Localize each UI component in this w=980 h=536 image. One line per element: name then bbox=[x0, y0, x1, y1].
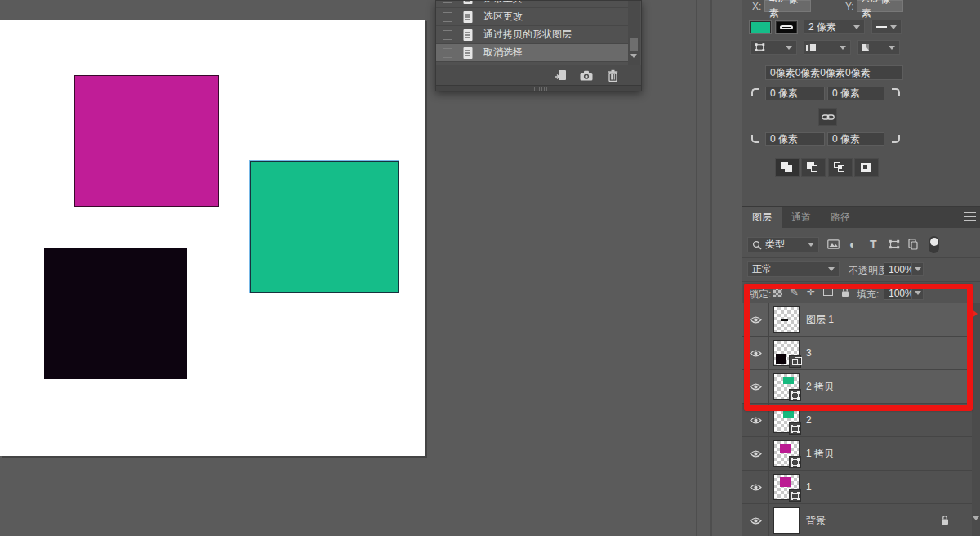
layer-row[interactable]: 背景 bbox=[742, 504, 973, 536]
path-arrangement-select[interactable] bbox=[858, 40, 900, 55]
layer-row[interactable]: 图层 1 bbox=[742, 303, 973, 337]
filter-smart-objects-icon[interactable] bbox=[908, 239, 918, 252]
layer-visibility-toggle[interactable] bbox=[742, 370, 769, 403]
tab-layers[interactable]: 图层 bbox=[742, 207, 782, 228]
layer-thumbnail[interactable] bbox=[773, 507, 800, 534]
opacity-field[interactable]: 100% bbox=[884, 262, 911, 276]
layers-scroll-down-icon[interactable] bbox=[973, 516, 979, 520]
filter-adjustment-layers-icon[interactable]: ◐ bbox=[849, 239, 856, 250]
black-rect[interactable] bbox=[44, 248, 187, 379]
filter-toggle-switch[interactable] bbox=[929, 236, 939, 253]
radius-tl-value: 0 像素 bbox=[770, 87, 798, 100]
new-document-from-state-button[interactable] bbox=[553, 69, 568, 82]
history-source-checkbox[interactable] bbox=[443, 48, 452, 58]
fill-dropdown-button[interactable] bbox=[911, 286, 924, 300]
layer-row[interactable]: 3 bbox=[742, 337, 973, 370]
lock-all-icon[interactable] bbox=[840, 287, 850, 299]
path-operations-select[interactable] bbox=[750, 40, 797, 55]
history-footer bbox=[436, 65, 641, 85]
layer-list: 图层 1 3 2 拷贝 2 1 拷贝 1 背景 bbox=[742, 303, 973, 536]
radius-br-field[interactable]: 0 像素 bbox=[827, 132, 884, 146]
filter-shape-layers-icon[interactable] bbox=[889, 239, 900, 251]
layer-row[interactable]: 2 bbox=[742, 404, 973, 437]
pathfinder-subtract-button[interactable] bbox=[801, 158, 826, 177]
radius-tr-field[interactable]: 0 像素 bbox=[827, 87, 884, 100]
layer-name[interactable]: 2 bbox=[806, 414, 812, 426]
layer-name[interactable]: 1 拷贝 bbox=[806, 447, 834, 461]
history-state-row[interactable]: 选区更改 bbox=[436, 8, 628, 26]
history-state-row[interactable]: 通过拷贝的形状图层 bbox=[436, 26, 628, 44]
history-scroll-down-icon[interactable] bbox=[630, 54, 637, 58]
layer-name[interactable]: 背景 bbox=[806, 514, 826, 528]
stroke-color-swatch[interactable] bbox=[776, 21, 797, 34]
y-value: 259 像素 bbox=[862, 0, 898, 20]
history-scrollbar[interactable] bbox=[628, 1, 640, 65]
opacity-dropdown-button[interactable] bbox=[911, 262, 924, 276]
layer-thumbnail[interactable] bbox=[773, 373, 800, 400]
filter-type-layers-icon[interactable]: T bbox=[870, 239, 877, 250]
layer-visibility-toggle[interactable] bbox=[742, 471, 769, 503]
history-scrollbar-thumb[interactable] bbox=[630, 38, 638, 51]
fill-field[interactable]: 100% bbox=[884, 286, 911, 300]
layer-thumbnail[interactable] bbox=[773, 340, 800, 366]
tab-channels[interactable]: 通道 bbox=[782, 207, 821, 228]
layer-name[interactable]: 图层 1 bbox=[806, 313, 834, 327]
layer-visibility-toggle[interactable] bbox=[742, 504, 769, 536]
blend-mode-select[interactable]: 正常 bbox=[747, 261, 840, 277]
panel-menu-icon[interactable] bbox=[964, 212, 976, 221]
solid-line-icon bbox=[876, 26, 887, 28]
history-source-checkbox[interactable] bbox=[443, 12, 452, 22]
layer-row[interactable]: 1 拷贝 bbox=[742, 437, 973, 471]
path-alignment-select[interactable] bbox=[804, 40, 851, 55]
layer-row[interactable]: 1 bbox=[742, 471, 973, 504]
green-rect[interactable] bbox=[250, 161, 399, 293]
history-source-checkbox[interactable] bbox=[443, 1, 452, 3]
pathfinder-union-button[interactable] bbox=[775, 158, 800, 177]
tab-paths[interactable]: 路径 bbox=[821, 207, 860, 228]
lock-transparency-icon[interactable] bbox=[773, 288, 782, 297]
layers-scrollbar[interactable] bbox=[972, 303, 980, 536]
radius-summary-field[interactable]: 0像素0像素0像素0像素 bbox=[765, 65, 903, 80]
layer-thumbnail[interactable] bbox=[773, 407, 800, 433]
layer-name[interactable]: 1 bbox=[806, 481, 812, 493]
history-source-checkbox[interactable] bbox=[443, 30, 452, 40]
lock-artboard-icon[interactable] bbox=[823, 288, 833, 296]
lock-position-icon[interactable]: ✛ bbox=[807, 287, 815, 297]
blend-mode-value: 正常 bbox=[752, 262, 772, 276]
link-radius-button[interactable] bbox=[818, 108, 837, 126]
stroke-width-select[interactable]: 2 像素 bbox=[804, 20, 865, 34]
fill-color-swatch[interactable] bbox=[750, 21, 771, 34]
live-shape-badge-icon bbox=[789, 389, 801, 401]
layer-visibility-toggle[interactable] bbox=[742, 337, 769, 369]
layer-visibility-toggle[interactable] bbox=[742, 437, 769, 470]
filter-pixel-layers-icon[interactable] bbox=[827, 239, 840, 251]
history-state-row[interactable]: 取消选择 bbox=[436, 44, 628, 62]
lock-image-icon[interactable]: ✎ bbox=[790, 287, 799, 297]
layer-filter-select[interactable]: 类型 bbox=[747, 237, 819, 252]
document-canvas[interactable] bbox=[0, 20, 425, 456]
layer-name[interactable]: 3 bbox=[806, 347, 812, 359]
x-value-field[interactable]: 482 像素 bbox=[764, 0, 811, 12]
history-resize-bar[interactable] bbox=[436, 85, 641, 91]
layer-thumbnail[interactable] bbox=[773, 440, 800, 467]
layer-name[interactable]: 2 拷贝 bbox=[806, 380, 834, 394]
magenta-rect[interactable] bbox=[74, 75, 219, 207]
stroke-style-select[interactable] bbox=[871, 20, 902, 34]
pathfinder-intersect-button[interactable] bbox=[828, 158, 853, 177]
layer-row[interactable]: 2 拷贝 bbox=[742, 370, 973, 404]
layer-visibility-toggle[interactable] bbox=[742, 303, 769, 336]
layer-visibility-toggle[interactable] bbox=[742, 404, 769, 436]
fill-label: 填充: bbox=[857, 288, 879, 302]
new-snapshot-button[interactable] bbox=[579, 69, 594, 82]
pathfinder-exclude-button[interactable] bbox=[854, 158, 879, 177]
radius-bl-field[interactable]: 0 像素 bbox=[765, 132, 825, 146]
layer-thumbnail[interactable] bbox=[773, 474, 800, 500]
y-value-field[interactable]: 259 像素 bbox=[857, 0, 903, 12]
history-state-row[interactable]: 矩形工具 bbox=[436, 1, 628, 8]
radius-tl-field[interactable]: 0 像素 bbox=[765, 87, 825, 100]
delete-state-button[interactable] bbox=[605, 69, 620, 82]
history-state-label: 矩形工具 bbox=[483, 1, 523, 6]
layer-thumbnail[interactable] bbox=[773, 306, 800, 333]
chain-link-icon bbox=[822, 114, 835, 121]
history-resize-gripper[interactable] bbox=[532, 87, 548, 91]
